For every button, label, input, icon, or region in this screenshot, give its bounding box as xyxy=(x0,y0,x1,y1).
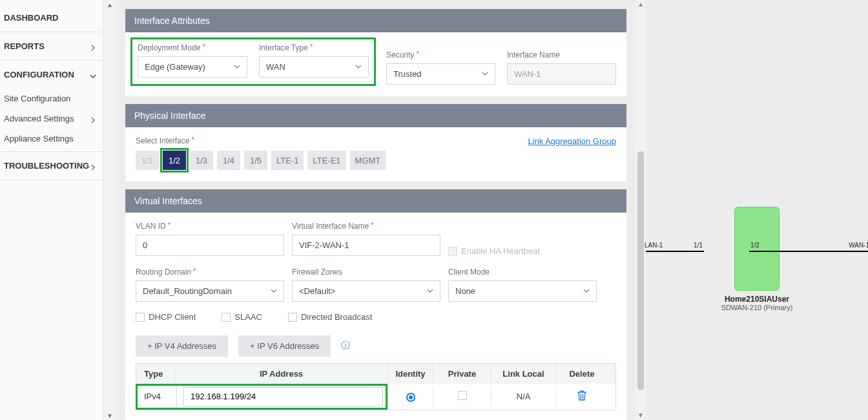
vif-name-label: Virtual Interface Name xyxy=(292,222,440,231)
dhcp-client-label: DHCP Client xyxy=(149,312,196,322)
link-aggregation-group-link[interactable]: Link Aggregation Group xyxy=(528,136,616,146)
nav-dashboard[interactable]: DASHBOARD xyxy=(0,6,103,29)
main-content: Interface Attributes Deployment Mode Edg… xyxy=(116,0,636,420)
scroll-track[interactable] xyxy=(103,9,116,411)
directed-broadcast-checkbox[interactable]: Directed Broadcast xyxy=(288,312,373,322)
vlan-id-label: VLAN ID xyxy=(136,222,284,231)
identity-radio[interactable] xyxy=(406,393,415,402)
enable-ha-label: Enable HA Heartbeat xyxy=(461,246,540,256)
firewall-zones-select[interactable]: <Default> xyxy=(292,280,440,302)
nav-troubleshooting[interactable]: TROUBLESHOOTING xyxy=(0,154,103,177)
diag-port-1-2: 1/2 xyxy=(750,242,760,249)
diag-wan-label: WAN-1 xyxy=(849,242,868,249)
section-header-virtual-interfaces: Virtual Interfaces xyxy=(125,189,626,213)
nav-site-configuration[interactable]: Site Configuration xyxy=(0,89,103,109)
chevron-down-icon xyxy=(355,62,362,72)
interface-name-input: WAN-1 xyxy=(507,63,616,85)
security-select[interactable]: Trusted xyxy=(386,63,495,85)
scroll-thumb[interactable] xyxy=(637,151,644,390)
checkbox-icon xyxy=(222,313,231,322)
ip-address-table: Type IP Address Identity Private Link Lo… xyxy=(136,363,616,410)
directed-broadcast-label: Directed Broadcast xyxy=(301,312,373,322)
main-area: Interface Attributes Deployment Mode Edg… xyxy=(116,0,646,420)
section-body-interface-attributes: Deployment Mode Edge (Gateway) Interface… xyxy=(125,32,626,96)
chevron-down-icon xyxy=(482,69,488,79)
deployment-mode-label: Deployment Mode xyxy=(138,43,247,52)
section-title: Interface Attributes xyxy=(134,16,210,26)
chevron-down-icon xyxy=(90,72,96,78)
section-title: Physical Interface xyxy=(134,110,206,121)
iface-btn-lte-1[interactable]: LTE-1 xyxy=(271,151,304,170)
table-header-row: Type IP Address Identity Private Link Lo… xyxy=(136,364,615,384)
enable-ha-heartbeat-checkbox: Enable HA Heartbeat xyxy=(448,246,574,256)
iface-btn-mgmt[interactable]: MGMT xyxy=(350,151,386,170)
identity-cell xyxy=(388,386,433,407)
nav-advanced-settings[interactable]: Advanced Settings xyxy=(0,109,103,129)
nav-scrollbar[interactable]: ▲ ▼ xyxy=(103,0,116,420)
scroll-up-icon[interactable]: ▲ xyxy=(103,0,116,9)
interface-name-value: WAN-1 xyxy=(514,69,541,79)
nav-configuration[interactable]: CONFIGURATION xyxy=(0,63,103,86)
checkbox-icon xyxy=(288,313,297,322)
add-ipv4-button[interactable]: + IP V4 Addresses xyxy=(136,335,228,357)
nav-configuration-label: CONFIGURATION xyxy=(4,70,74,79)
section-header-interface-attributes: Interface Attributes xyxy=(125,9,626,32)
add-ipv6-button[interactable]: + IP V6 Addresses xyxy=(238,335,331,357)
dhcp-client-checkbox[interactable]: DHCP Client xyxy=(136,312,196,322)
iface-btn-1-1[interactable]: 1/1 xyxy=(136,151,159,170)
client-mode-select[interactable]: None xyxy=(448,280,597,302)
nav-appliance-settings-label: Appliance Settings xyxy=(4,134,74,143)
ip-address-cell xyxy=(176,386,389,408)
diag-lan-label: LAN-1 xyxy=(645,242,663,249)
select-interface-label: Select Interface xyxy=(136,136,386,145)
info-icon[interactable]: ⓘ xyxy=(341,340,350,352)
nav-reports[interactable]: REPORTS xyxy=(0,35,103,58)
client-mode-value: None xyxy=(455,286,475,296)
private-checkbox[interactable] xyxy=(458,391,467,400)
interface-type-select[interactable]: WAN xyxy=(259,56,369,78)
section-body-virtual-interfaces: VLAN ID 0 Virtual Interface Name VIF-2-W… xyxy=(125,213,626,420)
routing-domain-label: Routing Domain xyxy=(136,268,284,277)
nav-site-configuration-label: Site Configuration xyxy=(4,94,70,103)
nav-dashboard-label: DASHBOARD xyxy=(4,13,59,23)
th-delete: Delete xyxy=(556,364,608,384)
iface-btn-1-2[interactable]: 1/2 xyxy=(163,151,186,170)
routing-domain-select[interactable]: Default_RoutingDomain xyxy=(136,280,284,302)
slaac-checkbox[interactable]: SLAAC xyxy=(222,312,262,322)
main-scrollbar[interactable]: ▲ ▼ xyxy=(636,0,646,420)
vif-name-value: VIF-2-WAN-1 xyxy=(299,240,349,250)
deployment-mode-select[interactable]: Edge (Gateway) xyxy=(138,56,247,78)
checkbox-icon xyxy=(136,313,145,322)
link-local-cell: N/A xyxy=(491,386,556,406)
scroll-track[interactable] xyxy=(636,9,646,411)
scroll-down-icon[interactable]: ▼ xyxy=(103,411,116,420)
vif-name-input[interactable]: VIF-2-WAN-1 xyxy=(292,235,440,256)
section-title: Virtual Interfaces xyxy=(134,196,202,206)
th-ip: IP Address xyxy=(175,364,388,384)
chevron-down-icon xyxy=(583,286,590,296)
section-header-physical-interface: Physical Interface xyxy=(125,104,626,127)
ip-type-value: IPv4 xyxy=(144,392,161,401)
nav-advanced-settings-label: Advanced Settings xyxy=(4,114,74,123)
scroll-up-icon[interactable]: ▲ xyxy=(637,0,644,9)
iface-btn-1-3[interactable]: 1/3 xyxy=(190,151,213,170)
trash-icon[interactable] xyxy=(577,392,586,403)
interface-type-label: Interface Type xyxy=(259,43,369,52)
iface-btn-1-5[interactable]: 1/5 xyxy=(244,151,267,170)
client-mode-label: Client Mode xyxy=(448,268,597,277)
chevron-down-icon xyxy=(234,62,240,72)
nav-troubleshooting-label: TROUBLESHOOTING xyxy=(4,161,89,171)
iface-btn-1-4[interactable]: 1/4 xyxy=(217,151,240,170)
nav-reports-label: REPORTS xyxy=(4,41,45,51)
ip-address-input[interactable] xyxy=(183,387,383,406)
delete-cell xyxy=(556,385,608,408)
highlight-box-ip-row: IPv4 xyxy=(136,384,388,410)
scroll-down-icon[interactable]: ▼ xyxy=(637,411,644,420)
wire-wan: 1/2 WAN-1 xyxy=(749,251,868,252)
vlan-id-input[interactable]: 0 xyxy=(136,235,284,256)
nav-appliance-settings[interactable]: Appliance Settings xyxy=(0,129,103,149)
iface-btn-lte-e1[interactable]: LTE-E1 xyxy=(307,151,346,170)
interface-buttons: 1/1 1/2 1/3 1/4 1/5 LTE-1 LTE-E1 MGMT xyxy=(136,151,386,170)
device-box[interactable] xyxy=(734,207,780,291)
diag-port-1-1: 1/1 xyxy=(694,242,703,249)
